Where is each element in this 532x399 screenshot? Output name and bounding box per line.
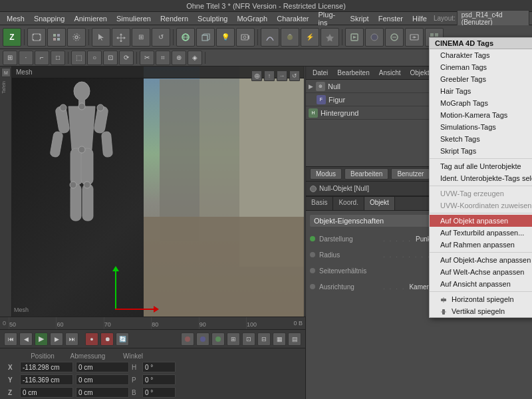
toolbar-gear-btn[interactable] [67, 28, 86, 47]
tb2-sel2-btn[interactable]: ○ [87, 51, 102, 65]
transport-r4[interactable]: ⊞ [227, 332, 240, 346]
menu-snapping[interactable]: Snapping [30, 14, 69, 23]
toolbar-scale-btn[interactable]: ⊞ [132, 28, 150, 47]
transport-first[interactable]: ⏮ [4, 332, 17, 346]
toolbar-bend-btn[interactable] [261, 28, 279, 47]
x-pos-input[interactable] [20, 362, 73, 372]
greebler-tags-item[interactable]: Greebler Tags [430, 73, 532, 85]
toolbar-cam-btn[interactable] [236, 28, 255, 47]
toolbar-sphere-btn[interactable] [176, 28, 195, 47]
uvw-tag-erzeugen-item[interactable]: UVW-Tag erzeugen [430, 188, 532, 200]
menu-sculpting[interactable]: Sculpting [194, 14, 231, 23]
toolbar-light-btn[interactable]: 💡 [216, 28, 235, 47]
tc-right[interactable]: → [277, 70, 287, 81]
x-size-input[interactable] [76, 362, 129, 372]
toolbar-rotate-btn[interactable]: ↺ [152, 28, 170, 47]
viewport[interactable]: Mesh Mesh ⊕ ↑ → ↺ [12, 66, 305, 317]
transport-r3[interactable] [211, 332, 225, 346]
motion-kamera-tags-item[interactable]: Motion-Kamera Tags [430, 109, 532, 121]
simulations-tags-item[interactable]: Simulations-Tags [430, 121, 532, 133]
uvw-koordinaten-item[interactable]: UVW-Koordinaten zuweisen [430, 200, 532, 211]
tb2-sel4-btn[interactable]: ⟳ [119, 51, 134, 65]
transport-r8[interactable]: ▤ [288, 332, 301, 346]
sketch-tags-item[interactable]: Sketch Tags [430, 133, 532, 145]
benutzer-btn[interactable]: Benutzer [391, 168, 430, 180]
toolbar-extra1-btn[interactable]: ⚡ [301, 28, 319, 47]
hair-tags-item[interactable]: Hair Tags [430, 85, 532, 97]
rm-ansicht[interactable]: Ansicht [375, 68, 405, 77]
toolbar-render4-btn[interactable] [405, 28, 424, 47]
transport-record[interactable]: ● [85, 332, 98, 346]
transport-last[interactable]: ⏭ [65, 332, 78, 346]
transport-next[interactable]: ▶ [50, 332, 63, 346]
charakter-tags-item[interactable]: Charakter Tags [430, 49, 532, 61]
toolbar-extra2-btn[interactable] [321, 28, 339, 47]
tb2-mode-btn[interactable]: ⊞ [3, 51, 17, 65]
modus-btn[interactable]: Modus [310, 168, 342, 180]
vertikal-spiegeln-item[interactable]: Vertikal spiegeln [430, 305, 532, 317]
y-size-input[interactable] [76, 374, 129, 385]
tb2-edge-btn[interactable]: ⌐ [35, 51, 49, 65]
tb2-vert-btn[interactable]: · [19, 51, 33, 65]
transport-r2[interactable] [196, 332, 209, 346]
transport-prev[interactable]: ◀ [19, 332, 33, 346]
transport-r1[interactable] [181, 332, 194, 346]
auf-texturbild-item[interactable]: Auf Texturbild anpassen... [430, 227, 532, 239]
auf-welt-achse-item[interactable]: Auf Welt-Achse anpassen [430, 266, 532, 278]
tb2-sel3-btn[interactable]: ⊡ [103, 51, 118, 65]
z-pos-input[interactable] [20, 387, 73, 398]
tb2-poly-btn[interactable]: □ [51, 51, 65, 65]
side-tool-mesh[interactable]: M [1, 68, 11, 77]
toolbar-box-btn[interactable] [196, 28, 215, 47]
menu-animieren[interactable]: Animieren [70, 14, 111, 23]
rm-bearbeiten[interactable]: Bearbeiten [333, 68, 373, 77]
auf-ansicht-item[interactable]: Auf Ansicht anpassen [430, 278, 532, 290]
menu-rendern[interactable]: Rendern [156, 14, 192, 23]
tb2-bridge-btn[interactable]: ⌗ [156, 51, 170, 65]
transport-record2[interactable]: ⏺ [100, 332, 114, 346]
toolbar-cursor-btn[interactable] [92, 28, 110, 47]
toolbar-render3-btn[interactable] [385, 28, 404, 47]
auf-objekt-anpassen-item[interactable]: Auf Objekt anpassen → [430, 215, 532, 227]
tb2-bevel-btn[interactable]: ◈ [188, 51, 202, 65]
toolbar-film-btn[interactable] [27, 28, 46, 47]
toolbar-obj-btn[interactable] [47, 28, 66, 47]
toolbar-z-btn[interactable]: Z [3, 28, 21, 47]
y-pos-input[interactable] [20, 374, 73, 385]
toolbar-move-btn[interactable] [112, 28, 130, 47]
menu-plugins[interactable]: Plug-ins [315, 10, 345, 27]
menu-mograph[interactable]: MoGraph [233, 14, 271, 23]
subtab-basis[interactable]: Basis [306, 197, 333, 210]
tc-up[interactable]: ↑ [264, 70, 275, 81]
menu-hilfe[interactable]: Hilfe [408, 14, 431, 23]
z-size-input[interactable] [76, 387, 129, 398]
auf-objekt-achse-item[interactable]: Auf Objekt-Achse anpassen [430, 254, 532, 266]
transport-play[interactable]: ▶ [35, 332, 48, 346]
menu-charakter[interactable]: Charakter [273, 14, 313, 23]
tb2-sel1-btn[interactable]: ⬚ [71, 51, 86, 65]
transport-r6[interactable]: ⊟ [257, 332, 271, 346]
p-rot-input[interactable] [142, 374, 176, 385]
transport-r5[interactable]: ⊡ [242, 332, 255, 346]
mograph-tags-item[interactable]: MoGraph Tags [430, 97, 532, 109]
subtab-koord[interactable]: Koord. [333, 197, 364, 210]
cineman-tags-item[interactable]: Cineman Tags [430, 61, 532, 73]
menu-simulieren[interactable]: Simulieren [112, 14, 155, 23]
horizontal-spiegeln-item[interactable]: Horizontal spiegeln [430, 293, 532, 305]
rm-datei[interactable]: Datei [309, 68, 332, 77]
null-collapse[interactable]: ▶ [309, 83, 313, 90]
menu-fenster[interactable]: Fenster [374, 14, 407, 23]
ident-unterobjekte-item[interactable]: Ident. Unterobjekte-Tags sele [430, 172, 532, 184]
toolbar-hair-btn[interactable] [281, 28, 299, 47]
toolbar-render2-btn[interactable] [365, 28, 384, 47]
bearbeiten-btn[interactable]: Bearbeiten [344, 168, 388, 180]
auf-rahmen-item[interactable]: Auf Rahmen anpassen [430, 239, 532, 251]
b-rot-input[interactable] [142, 387, 176, 398]
subtab-objekt[interactable]: Objekt [364, 197, 395, 210]
tc-arrows[interactable]: ⊕ [251, 70, 262, 81]
transport-r7[interactable]: ▦ [273, 332, 286, 346]
tb2-ext-btn[interactable]: ⊕ [172, 51, 186, 65]
transport-loop[interactable]: 🔄 [116, 332, 129, 346]
toolbar-render1-btn[interactable] [345, 28, 364, 47]
menu-skript[interactable]: Skript [346, 14, 373, 23]
